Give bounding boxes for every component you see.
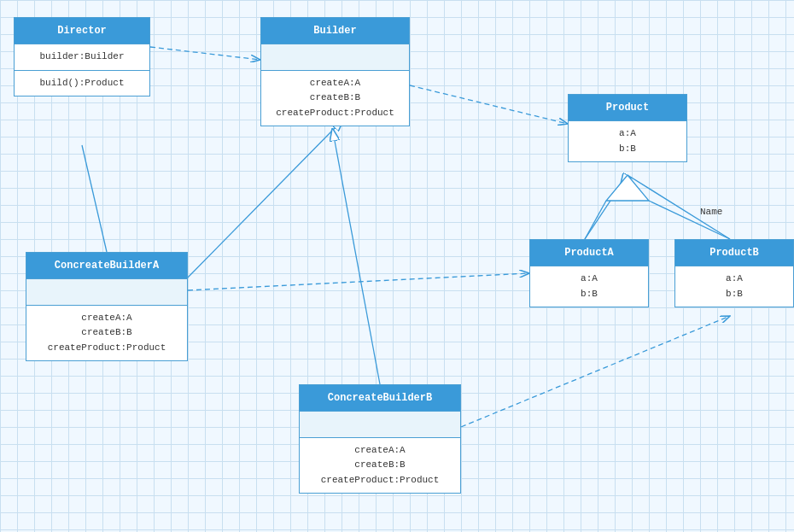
- productB-name: ProductB: [709, 247, 759, 259]
- svg-line-4: [335, 141, 380, 384]
- svg-line-1: [150, 47, 260, 60]
- director-attributes: builder:Builder: [15, 44, 149, 70]
- productA-attributes: a:Ab:B: [530, 266, 648, 307]
- svg-line-7: [585, 175, 628, 239]
- concreteBuilderB-class: ConcreateBuilderB createA:AcreateB:Bcrea…: [299, 384, 461, 494]
- concreteBuilderB-attributes: [300, 412, 460, 437]
- svg-line-2: [410, 85, 568, 124]
- builder-attributes: [261, 44, 409, 70]
- builder-methods: createA:AcreateB:BcreateProduct:Product: [261, 71, 409, 126]
- builder-class: Builder createA:AcreateB:BcreateProduct:…: [260, 17, 410, 126]
- concreteBuilderB-methods: createA:AcreateB:BcreateProduct:Product: [300, 438, 460, 494]
- productA-class: ProductA a:Ab:B: [529, 239, 649, 307]
- director-header: Director: [15, 18, 149, 44]
- productB-class: ProductB a:Ab:B: [674, 239, 794, 307]
- svg-line-12: [82, 145, 107, 252]
- productB-attributes: a:Ab:B: [675, 266, 793, 307]
- concreteBuilderB-name: ConcreateBuilderB: [328, 392, 432, 404]
- product-name: Product: [606, 102, 649, 114]
- director-class: Director builder:Builder build():Product: [14, 17, 150, 96]
- svg-line-3: [184, 128, 335, 282]
- product-class: Product a:Ab:B: [568, 94, 687, 162]
- concreteBuilderA-class: ConcreateBuilderA createA:AcreateB:Bcrea…: [26, 252, 188, 361]
- svg-line-5: [188, 273, 529, 290]
- svg-line-10: [585, 201, 606, 239]
- name-label: Name: [700, 207, 722, 217]
- productA-name: ProductA: [564, 247, 614, 259]
- svg-marker-9: [606, 175, 649, 201]
- concreteBuilderA-attributes: [26, 279, 187, 305]
- productB-header: ProductB: [675, 240, 793, 266]
- concreteBuilderA-header: ConcreateBuilderA: [26, 253, 187, 278]
- product-attributes: a:Ab:B: [569, 121, 686, 161]
- builder-header: Builder: [261, 18, 409, 44]
- concreteBuilderA-name: ConcreateBuilderA: [55, 260, 159, 272]
- concreteBuilderB-header: ConcreateBuilderB: [300, 385, 460, 411]
- product-header: Product: [569, 95, 686, 120]
- builder-name: Builder: [313, 25, 356, 37]
- concreteBuilderA-methods: createA:AcreateB:BcreateProduct:Product: [26, 306, 187, 361]
- director-name: Director: [57, 25, 107, 37]
- productA-header: ProductA: [530, 240, 648, 266]
- director-methods: build():Product: [15, 71, 149, 96]
- svg-line-6: [461, 316, 730, 427]
